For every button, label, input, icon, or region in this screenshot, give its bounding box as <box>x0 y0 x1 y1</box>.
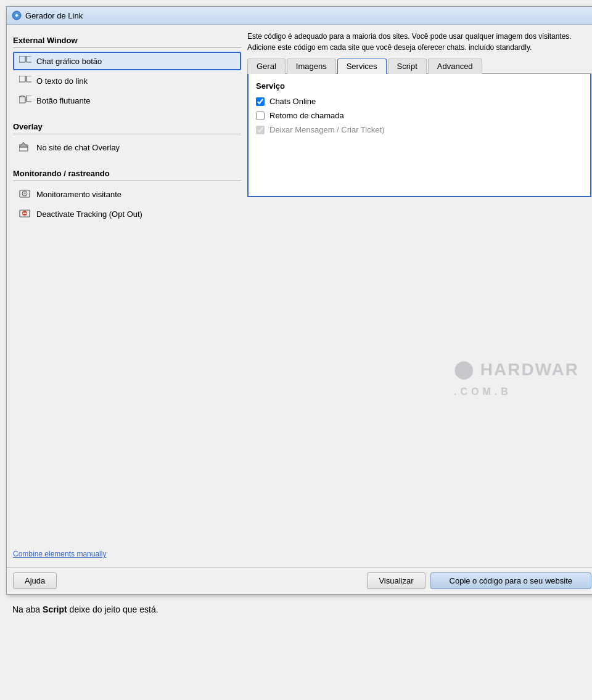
tabs-bar: Geral Imagens Services Script Advanced <box>247 58 591 74</box>
description-text: Este código é adequado para a maioria do… <box>247 31 591 53</box>
copy-button[interactable]: Copie o código para o seu website <box>430 572 591 589</box>
watermark-text: ⬤ HARDWAR.COM.B <box>454 359 579 399</box>
page-wrapper: Gerador de Link External Window <box>0 0 592 700</box>
left-item-monitoramento-label: Monitoramento visitante <box>36 190 121 199</box>
divider-monitorando <box>13 181 241 181</box>
services-section-label: Serviço <box>256 81 583 91</box>
divider-overlay <box>13 134 241 134</box>
left-item-texto-link-label: O texto do link <box>36 76 88 86</box>
divider-external <box>13 47 241 48</box>
checkbox-retorno[interactable] <box>256 112 265 120</box>
right-buttons: Visualizar Copie o código para o seu web… <box>367 572 591 589</box>
watermark-area: ⬤ HARDWAR.COM.B <box>247 197 591 561</box>
footer-text-before: Na aba <box>12 604 43 614</box>
tab-imagens[interactable]: Imagens <box>287 59 336 74</box>
left-panel: External Window <box>13 31 241 561</box>
left-item-monitoramento[interactable]: Monitoramento visitante <box>13 185 241 203</box>
svg-rect-4 <box>27 57 31 62</box>
deactivate-icon <box>19 209 31 219</box>
section-label-overlay: Overlay <box>13 122 241 131</box>
overlay-icon <box>19 142 31 152</box>
tab-script[interactable]: Script <box>388 59 427 74</box>
section-label-monitorando: Monitorando / rastreando <box>13 169 241 178</box>
svg-rect-2 <box>20 57 25 62</box>
tab-geral[interactable]: Geral <box>247 59 286 74</box>
svg-rect-5 <box>19 76 25 82</box>
checkbox-row-deixar: Deixar Mensagem / Criar Ticket) <box>256 125 583 134</box>
left-item-overlay[interactable]: No site de chat Overlay <box>13 138 241 157</box>
window-body: External Window <box>7 25 592 594</box>
svg-rect-6 <box>27 76 31 82</box>
preview-button[interactable]: Visualizar <box>367 572 425 589</box>
text-link-icon <box>19 76 31 86</box>
footer-text: Na aba Script deixe do jeito que está. <box>6 595 586 614</box>
section-monitorando: Monitorando / rastreando Monitoramento <box>13 164 241 224</box>
checkbox-row-retorno: Retomo de chamada <box>256 111 583 120</box>
left-spacer <box>13 224 241 547</box>
left-item-chat-grafico-label: Chat gráfico botão <box>36 57 102 66</box>
left-item-texto-link[interactable]: O texto do link <box>13 71 241 90</box>
right-panel: Este código é adequado para a maioria do… <box>247 31 591 561</box>
checkbox-label-retorno: Retomo de chamada <box>269 111 344 120</box>
help-button[interactable]: Ajuda <box>13 572 57 589</box>
left-item-chat-grafico[interactable]: Chat gráfico botão <box>13 52 241 70</box>
checkbox-deixar[interactable] <box>256 126 265 134</box>
window-titlebar: Gerador de Link <box>7 7 592 25</box>
checkbox-label-chats-online: Chats Online <box>269 97 316 106</box>
section-external-window: External Window <box>13 31 241 111</box>
footer-text-after: deixe do jeito que está. <box>67 604 158 614</box>
services-panel: Serviço Chats Online Retomo de chamada <box>247 74 591 197</box>
checkbox-label-deixar: Deixar Mensagem / Criar Ticket) <box>269 125 384 134</box>
left-item-botao-flutuante[interactable]: Botão flutuante <box>13 91 241 110</box>
tab-services[interactable]: Services <box>337 59 387 74</box>
checkbox-row-chats-online: Chats Online <box>256 97 583 106</box>
footer-text-bold: Script <box>43 604 67 614</box>
combine-link[interactable]: Combine elements manually <box>13 547 106 561</box>
window-title: Gerador de Link <box>25 11 83 20</box>
float-button-icon <box>19 96 31 105</box>
section-label-external: External Window <box>13 36 241 45</box>
main-content: External Window <box>7 25 592 567</box>
monitor-icon <box>19 189 31 199</box>
window-icon <box>12 10 22 20</box>
tab-advanced[interactable]: Advanced <box>428 59 482 74</box>
checkbox-chats-online[interactable] <box>256 97 265 106</box>
svg-point-14 <box>23 192 26 195</box>
left-item-deactivate[interactable]: Deactivate Tracking (Opt Out) <box>13 205 241 223</box>
main-window: Gerador de Link External Window <box>6 6 592 595</box>
bottom-bar: Ajuda Visualizar Copie o código para o s… <box>7 567 592 594</box>
left-item-overlay-label: No site de chat Overlay <box>36 143 120 152</box>
left-item-deactivate-label: Deactivate Tracking (Opt Out) <box>36 210 142 219</box>
svg-rect-8 <box>20 97 25 102</box>
svg-rect-9 <box>27 96 31 102</box>
chat-graphic-icon <box>19 56 31 66</box>
section-overlay: Overlay No site de chat Overlay <box>13 117 241 158</box>
left-item-botao-flutuante-label: Botão flutuante <box>36 96 90 105</box>
